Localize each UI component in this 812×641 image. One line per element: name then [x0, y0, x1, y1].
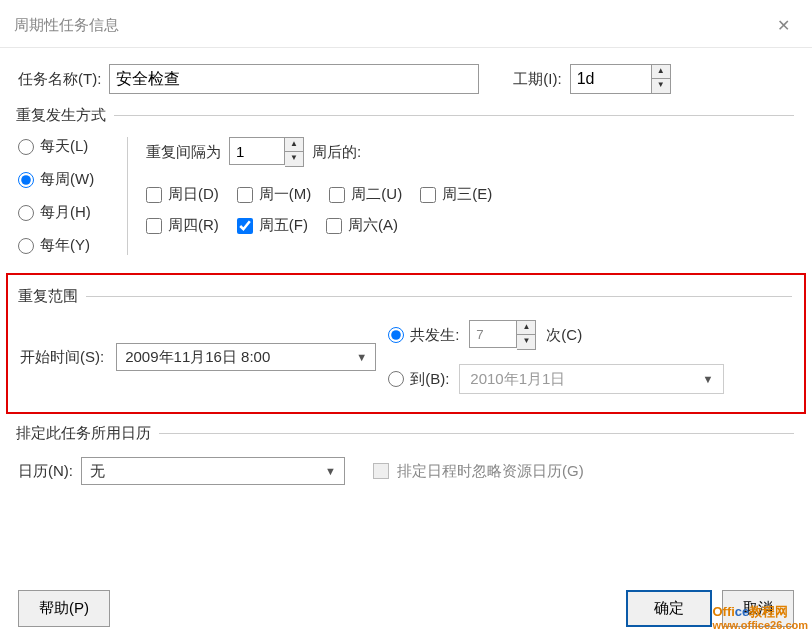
check-wednesday-label: 周三(E): [442, 185, 492, 204]
recurrence-pattern-group: 重复发生方式 每天(L) 每周(W) 每月(H) 每年(Y): [18, 106, 794, 255]
start-time-value: 2009年11月16日 8:00: [125, 348, 270, 367]
radio-end-by[interactable]: 到(B):: [388, 370, 449, 389]
duration-spinner-up[interactable]: ▲: [652, 65, 670, 79]
check-saturday-input[interactable]: [326, 218, 342, 234]
start-time-select[interactable]: 2009年11月16日 8:00 ▼: [116, 343, 376, 371]
interval-spinner-down[interactable]: ▼: [285, 152, 303, 166]
occurrence-count-input[interactable]: [469, 320, 517, 348]
interval-label: 重复间隔为: [146, 143, 221, 162]
ignore-resource-calendar-checkbox: [373, 463, 389, 479]
recurrence-range-group: 重复范围 开始时间(S): 2009年11月16日 8:00 ▼ 共发生:: [20, 287, 792, 394]
check-saturday-label: 周六(A): [348, 216, 398, 235]
recurrence-pattern-legend: 重复发生方式: [16, 106, 114, 125]
radio-end-after-input[interactable]: [388, 327, 404, 343]
check-sunday[interactable]: 周日(D): [146, 185, 219, 204]
radio-yearly-input[interactable]: [18, 238, 34, 254]
check-wednesday[interactable]: 周三(E): [420, 185, 492, 204]
cancel-button[interactable]: 取消: [722, 590, 794, 627]
check-thursday-input[interactable]: [146, 218, 162, 234]
radio-end-by-label: 到(B):: [410, 370, 449, 389]
calendar-select[interactable]: 无 ▼: [81, 457, 345, 485]
check-monday[interactable]: 周一(M): [237, 185, 312, 204]
radio-monthly-input[interactable]: [18, 205, 34, 221]
interval-input[interactable]: [229, 137, 285, 165]
radio-daily-input[interactable]: [18, 139, 34, 155]
radio-monthly[interactable]: 每月(H): [18, 203, 117, 222]
end-date-value: 2010年1月1日: [470, 370, 565, 389]
radio-daily[interactable]: 每天(L): [18, 137, 117, 156]
calendar-value: 无: [90, 462, 105, 481]
dialog-title: 周期性任务信息: [14, 16, 119, 35]
radio-monthly-label: 每月(H): [40, 203, 91, 222]
check-tuesday-input[interactable]: [329, 187, 345, 203]
close-icon[interactable]: ✕: [769, 12, 798, 39]
task-name-label: 任务名称(T):: [18, 70, 101, 89]
start-time-label: 开始时间(S):: [20, 348, 104, 367]
recurrence-range-legend: 重复范围: [18, 287, 86, 306]
radio-end-after[interactable]: 共发生:: [388, 326, 459, 345]
occurrence-suffix: 次(C): [546, 326, 582, 345]
radio-yearly-label: 每年(Y): [40, 236, 90, 255]
check-tuesday-label: 周二(U): [351, 185, 402, 204]
check-thursday[interactable]: 周四(R): [146, 216, 219, 235]
check-monday-input[interactable]: [237, 187, 253, 203]
occurrence-spinner-down[interactable]: ▼: [517, 335, 535, 349]
occurrence-spinner-up[interactable]: ▲: [517, 321, 535, 335]
check-wednesday-input[interactable]: [420, 187, 436, 203]
check-tuesday[interactable]: 周二(U): [329, 185, 402, 204]
task-name-input[interactable]: [109, 64, 479, 94]
check-friday-input[interactable]: [237, 218, 253, 234]
interval-spinner-up[interactable]: ▲: [285, 138, 303, 152]
duration-label: 工期(I):: [513, 70, 561, 89]
interval-suffix: 周后的:: [312, 143, 361, 162]
radio-weekly[interactable]: 每周(W): [18, 170, 117, 189]
chevron-down-icon: ▼: [356, 351, 367, 363]
calendar-label: 日历(N):: [18, 462, 73, 481]
titlebar: 周期性任务信息 ✕: [0, 0, 812, 48]
radio-weekly-label: 每周(W): [40, 170, 94, 189]
radio-daily-label: 每天(L): [40, 137, 88, 156]
ok-button[interactable]: 确定: [626, 590, 712, 627]
duration-input[interactable]: [570, 64, 652, 94]
highlight-box: 重复范围 开始时间(S): 2009年11月16日 8:00 ▼ 共发生:: [6, 273, 806, 414]
radio-end-by-input[interactable]: [388, 371, 404, 387]
chevron-down-icon: ▼: [325, 465, 336, 477]
end-date-select[interactable]: 2010年1月1日 ▼: [459, 364, 724, 394]
ignore-resource-calendar-label: 排定日程时忽略资源日历(G): [397, 462, 584, 481]
radio-end-after-label: 共发生:: [410, 326, 459, 345]
chevron-down-icon: ▼: [702, 373, 713, 385]
check-sunday-label: 周日(D): [168, 185, 219, 204]
check-friday[interactable]: 周五(F): [237, 216, 308, 235]
duration-spinner-down[interactable]: ▼: [652, 79, 670, 93]
check-monday-label: 周一(M): [259, 185, 312, 204]
check-sunday-input[interactable]: [146, 187, 162, 203]
calendar-group: 排定此任务所用日历 日历(N): 无 ▼ 排定日程时忽略资源日历(G): [18, 424, 794, 497]
check-friday-label: 周五(F): [259, 216, 308, 235]
calendar-legend: 排定此任务所用日历: [16, 424, 159, 443]
check-thursday-label: 周四(R): [168, 216, 219, 235]
radio-yearly[interactable]: 每年(Y): [18, 236, 117, 255]
radio-weekly-input[interactable]: [18, 172, 34, 188]
help-button[interactable]: 帮助(P): [18, 590, 110, 627]
check-saturday[interactable]: 周六(A): [326, 216, 398, 235]
